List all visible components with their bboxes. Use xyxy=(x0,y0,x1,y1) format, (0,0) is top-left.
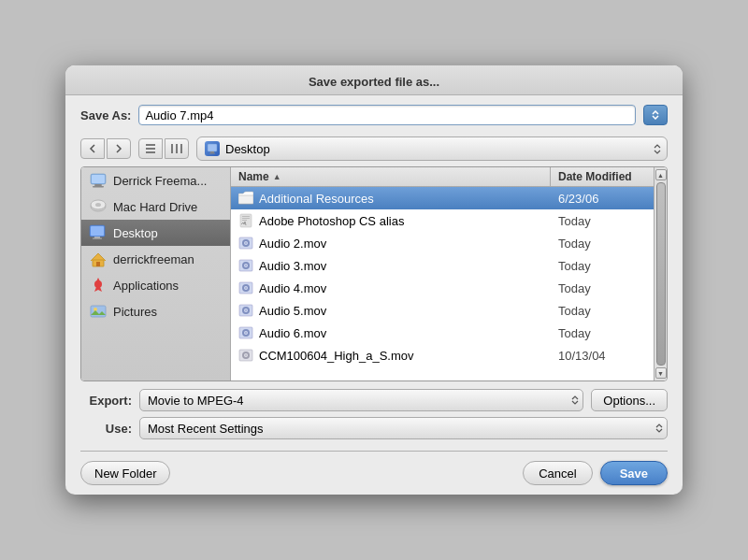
svg-rect-21 xyxy=(96,262,100,266)
dialog-title: Save exported file as... xyxy=(65,65,683,95)
folder-icon xyxy=(238,191,253,206)
save-button[interactable]: Save xyxy=(600,461,668,485)
action-row: New Folder Cancel Save xyxy=(65,457,683,495)
pictures-icon xyxy=(89,302,108,321)
movie-icon-gray xyxy=(238,348,253,363)
new-folder-button[interactable]: New Folder xyxy=(80,461,170,485)
svg-point-22 xyxy=(94,280,102,288)
export-dropdown-arrows xyxy=(571,395,579,405)
use-dropdown[interactable]: Most Recent Settings xyxy=(139,417,668,439)
forward-button[interactable] xyxy=(107,138,131,159)
file-browser: Derrick Freema... Mac Hard Drive xyxy=(80,166,668,381)
sidebar-item-applications[interactable]: Applications xyxy=(81,272,230,298)
sidebar-item-derrickfreeman[interactable]: derrickfreeman xyxy=(81,246,230,272)
list-view-button[interactable] xyxy=(138,138,163,159)
desktop-small-icon xyxy=(207,143,218,154)
sidebar-item-mac-hard-drive-label: Mac Hard Drive xyxy=(113,200,197,214)
svg-point-32 xyxy=(245,242,247,244)
sidebar-item-pictures-label: Pictures xyxy=(113,305,157,319)
options-button[interactable]: Options... xyxy=(591,389,668,411)
bottom-section: Export: Movie to MPEG-4 Options... Use: … xyxy=(65,381,683,451)
sidebar-item-derrick[interactable]: Derrick Freema... xyxy=(81,167,230,194)
file-item-name: CCM100604_High_a_S.mov xyxy=(231,346,551,365)
save-dialog: Save exported file as... Save As: xyxy=(65,65,683,495)
sort-arrow: ▲ xyxy=(273,172,281,181)
file-item-audio3[interactable]: Audio 3.mov Today xyxy=(231,254,654,277)
file-list-header: Name ▲ Date Modified xyxy=(231,167,654,187)
scroll-down-button[interactable]: ▼ xyxy=(655,367,667,379)
scrollbar-thumb[interactable] xyxy=(656,182,666,366)
sidebar-item-derrickfreeman-label: derrickfreeman xyxy=(113,252,194,266)
file-list-scroll[interactable]: Additional Resources 6/23/06 xyxy=(231,187,654,381)
file-item-name: Audio 6.mov xyxy=(231,323,551,342)
drive-icon xyxy=(89,197,108,216)
toolbar-row: Desktop xyxy=(65,133,683,166)
file-item-audio4[interactable]: Audio 4.mov Today xyxy=(231,277,654,299)
sidebar-item-applications-label: Applications xyxy=(113,279,179,293)
file-item-date: Today xyxy=(551,257,654,275)
svg-rect-23 xyxy=(91,306,106,317)
svg-rect-8 xyxy=(209,153,215,154)
movie-icon xyxy=(238,236,253,251)
save-as-row: Save As: xyxy=(65,95,683,133)
svg-point-44 xyxy=(245,309,247,311)
scroll-up-button[interactable]: ▲ xyxy=(655,169,667,180)
file-item-audio6[interactable]: Audio 6.mov Today xyxy=(231,322,654,344)
svg-point-15 xyxy=(95,203,101,207)
forward-icon xyxy=(115,144,122,153)
sidebar: Derrick Freema... Mac Hard Drive xyxy=(81,167,231,381)
dropdown-arrows xyxy=(654,144,661,154)
sidebar-item-desktop[interactable]: Desktop xyxy=(81,220,230,246)
svg-point-52 xyxy=(245,354,247,356)
file-item-audio5[interactable]: Audio 5.mov Today xyxy=(231,299,654,322)
use-label: Use: xyxy=(80,422,132,436)
export-select-wrapper: Movie to MPEG-4 xyxy=(139,389,583,411)
sidebar-item-desktop-label: Desktop xyxy=(113,226,158,240)
save-as-label: Save As: xyxy=(80,108,131,122)
movie-icon xyxy=(238,280,253,295)
svg-rect-6 xyxy=(208,144,217,151)
cancel-button[interactable]: Cancel xyxy=(523,461,592,485)
sidebar-item-mac-hard-drive[interactable]: Mac Hard Drive xyxy=(81,194,230,220)
file-item-name: Audio 2.mov xyxy=(231,234,551,252)
svg-rect-27 xyxy=(242,218,250,219)
scrollbar: ▲ ▼ xyxy=(654,167,667,381)
file-item-audio2[interactable]: Audio 2.mov Today xyxy=(231,232,654,254)
file-item-name: Audio 3.mov xyxy=(231,256,551,275)
file-item-name: Adobe Photoshop CS alias xyxy=(231,211,551,230)
desktop-icon xyxy=(89,223,108,242)
svg-rect-12 xyxy=(93,186,104,188)
export-dropdown[interactable]: Movie to MPEG-4 xyxy=(139,389,583,411)
header-name[interactable]: Name ▲ xyxy=(231,167,551,186)
movie-icon xyxy=(238,258,253,273)
sidebar-item-derrick-label: Derrick Freema... xyxy=(113,174,207,188)
view-buttons xyxy=(138,138,189,159)
svg-rect-28 xyxy=(242,220,247,221)
save-as-input[interactable] xyxy=(138,105,636,125)
header-date[interactable]: Date Modified xyxy=(551,167,654,186)
svg-rect-7 xyxy=(210,151,214,153)
location-label: Desktop xyxy=(225,142,270,156)
location-select-wrapper: Desktop xyxy=(196,136,668,161)
use-select-wrapper: Most Recent Settings xyxy=(139,417,668,439)
file-item-date: Today xyxy=(551,324,654,342)
file-item-date: 6/23/06 xyxy=(551,190,654,208)
location-dropdown[interactable]: Desktop xyxy=(196,136,668,161)
expand-button[interactable] xyxy=(643,105,668,125)
file-item-name: Audio 4.mov xyxy=(231,279,551,297)
file-item-date: Today xyxy=(551,302,654,320)
location-icon xyxy=(205,141,220,156)
file-item-name: Audio 5.mov xyxy=(231,301,551,320)
column-view-button[interactable] xyxy=(165,138,189,159)
sidebar-item-pictures[interactable]: Pictures xyxy=(81,298,230,324)
file-list-area: Name ▲ Date Modified Additional Resource… xyxy=(231,167,654,381)
back-icon xyxy=(89,144,96,153)
export-row: Export: Movie to MPEG-4 Options... xyxy=(80,389,668,411)
file-item-additional-resources[interactable]: Additional Resources 6/23/06 xyxy=(231,187,654,209)
file-item-adobe-photoshop[interactable]: Adobe Photoshop CS alias Today xyxy=(231,209,654,232)
list-view-icon xyxy=(144,143,157,154)
file-item-ccm[interactable]: CCM100604_High_a_S.mov 10/13/04 xyxy=(231,344,654,366)
nav-buttons xyxy=(80,138,131,159)
file-item-name: Additional Resources xyxy=(231,189,551,208)
back-button[interactable] xyxy=(80,138,105,159)
